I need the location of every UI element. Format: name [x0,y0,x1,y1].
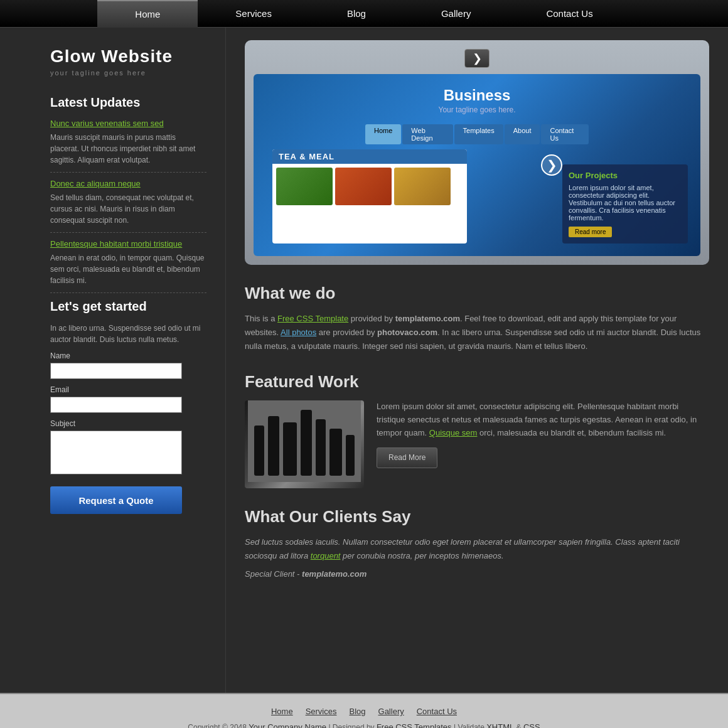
main-wrapper: Glow Website your tagline goes here Late… [0,28,728,693]
featured-text-col: Lorem ipsum dolor sit amet, consectetur … [377,400,709,488]
svg-rect-2 [268,416,279,476]
footer-nav: Home Services Blog Gallery Contact Us [0,707,728,716]
slide-business-sub: Your tagline goes here. [439,105,516,114]
svg-rect-4 [301,410,312,476]
update-divider-2 [50,232,206,233]
update-text-1: Mauris suscipit mauris in purus mattis p… [50,132,206,166]
free-css-link[interactable]: Free CSS Template [277,314,348,323]
wwdo-brand2: photovaco.com [377,328,437,337]
nav-services[interactable]: Services [198,0,309,28]
slide-projects-text: Lorem ipsum dolor sit amet, consectetur … [569,184,682,222]
slide-right-box: Our Projects Lorem ipsum dolor sit amet,… [562,164,688,244]
site-title: Glow Website [50,46,206,67]
featured-row: Lorem ipsum dolor sit amet, consectetur … [245,400,709,488]
email-label: Email [50,385,206,394]
torquent-link[interactable]: torquent [311,551,341,560]
footer-designer-link[interactable]: Free CSS Templates [377,722,452,728]
footer-home[interactable]: Home [271,707,293,716]
wwdo-brand1: templatemo.com [395,314,460,323]
svg-rect-7 [346,435,355,476]
nav-home[interactable]: Home [97,0,198,28]
slide-tea-header: TEA & MEAL [272,149,467,164]
get-started-title: Let's get started [50,299,206,314]
client-name-prefix: Special Client - [245,569,302,579]
subject-textarea[interactable] [50,431,182,474]
featured-quisque-link[interactable]: Quisque sem [429,428,478,437]
clients-text2: per conubia nostra, per inceptos himenae… [340,551,503,560]
nav-menu: Home Services Blog Gallery Contact Us [97,0,630,28]
update-text-3: Aenean in erat odio, in tempor quam. Qui… [50,252,206,286]
slide-tab-about[interactable]: About [505,124,540,144]
clients-title: What Our Clients Say [245,507,709,527]
nav-contact[interactable]: Contact Us [508,0,630,28]
slide-tab-templates[interactable]: Templates [454,124,503,144]
wwdo-text2: provided by [348,314,395,323]
slide-tab-webdesign[interactable]: Web Design [402,124,452,144]
update-text-2: Sed tellus diam, consequat nec volutpat … [50,192,206,226]
slide-arrow-right-icon: ❯ [547,158,557,173]
svg-rect-1 [254,426,264,476]
email-input[interactable] [50,397,182,413]
slide-projects-title: Our Projects [569,171,682,180]
update-link-2[interactable]: Donec ac aliquam neque [50,179,206,188]
svg-rect-3 [283,422,297,476]
footer-amp: & [514,723,523,728]
navbar: Home Services Blog Gallery Contact Us [0,0,728,28]
svg-rect-8 [248,476,361,482]
update-link-1[interactable]: Nunc varius venenatis sem sed [50,119,206,128]
silhouettes [245,400,364,488]
slide-tea-images [272,164,467,209]
slide-tea-image-3 [394,168,451,205]
featured-work-title: Featured Work [245,372,709,392]
update-divider-1 [50,172,206,173]
svg-rect-6 [329,429,342,476]
content: ❯ Business Your tagline goes here. Home … [226,28,728,693]
featured-image [245,400,364,488]
slide-next-icon: ❯ [473,51,482,65]
footer-validate: | Validate [452,723,487,728]
slideshow-container: ❯ Business Your tagline goes here. Home … [245,40,709,265]
footer-gallery[interactable]: Gallery [378,707,404,716]
wwdo-text4: are provided by [316,328,377,337]
slide-read-more[interactable]: Read more [569,227,612,237]
clients-quote: Sed luctus sodales iaculis. Nullam conse… [245,535,709,563]
request-quote-button[interactable]: Request a Quote [50,486,182,514]
subject-label: Subject [50,419,206,428]
wwdo-text1: This is a [245,314,277,323]
all-photos-link[interactable]: All photos [281,328,316,337]
name-input[interactable] [50,363,182,379]
read-more-button[interactable]: Read More [377,447,437,468]
slide-tea-image-1 [276,168,333,205]
footer: Home Services Blog Gallery Contact Us Co… [0,693,728,728]
footer-services[interactable]: Services [306,707,337,716]
footer-contact[interactable]: Contact Us [417,707,457,716]
svg-rect-5 [316,419,326,476]
slide-next-button[interactable]: ❯ [464,49,490,68]
client-attribution: Special Client - templatemo.com [245,569,709,579]
site-tagline: your tagline goes here [50,69,206,77]
nav-blog[interactable]: Blog [309,0,404,28]
silhouette-svg [248,400,361,482]
footer-company-link[interactable]: Your Company Name [249,722,326,728]
footer-copy: Copyright © 2048 Your Company Name | Des… [0,722,728,728]
footer-xhtml-link[interactable]: XHTML [486,722,514,728]
what-we-do-title: What we do [245,284,709,303]
slide-tab-home[interactable]: Home [365,124,401,144]
slide-nav-tabs: Home Web Design Templates About Contact … [365,124,589,144]
nav-gallery[interactable]: Gallery [404,0,509,28]
update-divider-3 [50,292,206,293]
slide-arrow-right[interactable]: ❯ [541,154,562,176]
name-label: Name [50,351,206,360]
slide-tab-contact[interactable]: Contact Us [541,124,589,144]
footer-copy-before: Copyright © 2048 [188,723,249,728]
footer-css-link[interactable]: CSS [523,722,540,728]
what-we-do-text: This is a Free CSS Template provided by … [245,312,709,353]
slide-content-box: TEA & MEAL [272,149,467,244]
slide-business-title: Business [444,87,511,104]
slide-tea-image-2 [335,168,392,205]
update-link-3[interactable]: Pellentesque habitant morbi tristique [50,239,206,249]
slideshow-top: ❯ [254,49,700,68]
slide-inner: Business Your tagline goes here. Home We… [254,74,700,256]
footer-blog[interactable]: Blog [350,707,366,716]
latest-updates-title: Latest Updates [50,95,206,110]
